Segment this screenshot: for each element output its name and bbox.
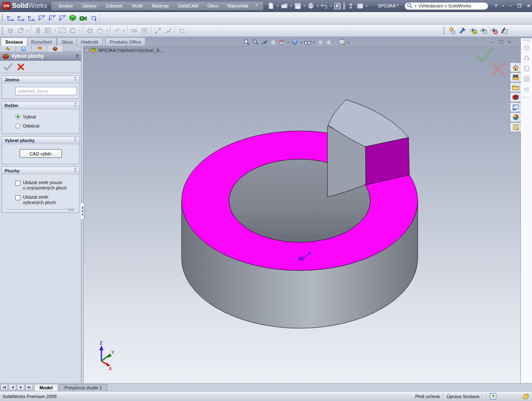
collapse-chevron-icon[interactable]: ⌃⌃: [74, 138, 76, 143]
collapse-chevron-icon[interactable]: ⌃⌃: [74, 168, 76, 173]
ok-check-icon[interactable]: [3, 63, 12, 71]
options-list-icon[interactable]: [356, 2, 364, 10]
rotate-component-icon[interactable]: [67, 26, 78, 36]
cad-select-button[interactable]: CAD výběr: [20, 149, 62, 158]
menu-upravy[interactable]: Úpravy: [78, 2, 101, 10]
tab-solidworks-resources[interactable]: [510, 62, 521, 72]
collapse-chevron-icon[interactable]: ⌃⌃: [74, 77, 76, 82]
view-orientation-icon[interactable]: [278, 39, 286, 47]
tab-search-toolbox[interactable]: [510, 92, 521, 102]
radio-button-icon[interactable]: [15, 114, 20, 119]
help-button[interactable]: ?: [493, 3, 499, 8]
zoom-fit-icon[interactable]: [243, 39, 251, 47]
menu-soubor[interactable]: Soubor: [54, 2, 77, 10]
tab-custom-properties[interactable]: [510, 122, 521, 132]
graphics-viewport[interactable]: SPOJKA (Výchozí<Výchozí_S...: [84, 46, 520, 383]
edit-table-icon[interactable]: [499, 26, 509, 36]
radio-button-icon[interactable]: [15, 123, 20, 128]
edit-appearance-caret-icon[interactable]: ▼: [334, 41, 337, 44]
view-normal-to-button[interactable]: xz: [88, 13, 99, 23]
tab-file-explorer[interactable]: [510, 82, 521, 92]
toolbox-icon[interactable]: [95, 26, 105, 36]
tab-hodnotit[interactable]: Hodnotit: [76, 37, 103, 46]
menu-napoveda[interactable]: Nápověda: [223, 2, 253, 10]
view-orientation-caret-icon[interactable]: ▼: [286, 41, 290, 44]
smart-fasteners-icon[interactable]: [84, 26, 95, 36]
doc-minimize-button[interactable]: —: [490, 39, 495, 45]
close-button[interactable]: ✕: [525, 3, 532, 9]
menu-zobrazit[interactable]: Zobrazit: [101, 2, 127, 10]
view-left-button[interactable]: zy: [26, 13, 36, 23]
checkbox-icon[interactable]: [15, 195, 20, 200]
print-caret-icon[interactable]: ▼: [316, 2, 319, 10]
help-caret-icon[interactable]: ▼: [502, 5, 505, 7]
last-tab-button[interactable]: [25, 384, 33, 391]
appearance-tag-icon[interactable]: [522, 394, 530, 399]
interference-detection-icon[interactable]: [176, 26, 187, 36]
assembly-features-icon[interactable]: [139, 26, 150, 36]
prev-tab-button[interactable]: [9, 384, 16, 391]
select-tool-caret-icon[interactable]: ▼: [342, 2, 346, 10]
tab-view-palette[interactable]: [510, 102, 521, 112]
undo-icon[interactable]: [320, 2, 328, 10]
mate-icon[interactable]: [32, 26, 43, 36]
tab-configurationmanager-icon[interactable]: [32, 46, 47, 52]
options-caret-icon[interactable]: ▼: [365, 2, 368, 10]
view-top-button[interactable]: xz: [47, 13, 57, 23]
save-icon[interactable]: [293, 2, 302, 10]
tab-produkty-office[interactable]: Produkty Office: [105, 37, 145, 46]
toolbar-grip[interactable]: [2, 27, 3, 35]
radio-odebrat[interactable]: Odebrat: [15, 123, 76, 128]
shadows-icon[interactable]: [316, 39, 325, 47]
component-pattern-icon[interactable]: [43, 26, 53, 36]
tab-featuremanager-icon[interactable]: [0, 46, 16, 52]
zoom-area-icon[interactable]: [251, 39, 260, 47]
hide-show-caret-icon[interactable]: ▼: [312, 41, 316, 44]
view-capture-icon[interactable]: [478, 26, 488, 36]
model-3d[interactable]: Z Y X: [84, 46, 520, 383]
first-tab-button[interactable]: [0, 384, 8, 391]
apply-scene-caret-icon[interactable]: ▼: [347, 41, 350, 44]
rotate-component-caret-icon[interactable]: ▼: [78, 29, 81, 32]
display-style-caret-icon[interactable]: ▼: [299, 41, 303, 44]
exploded-view-icon[interactable]: [153, 26, 163, 36]
tab-skica[interactable]: Skica: [57, 37, 77, 46]
previous-view-icon[interactable]: [260, 39, 268, 47]
open-document-icon[interactable]: [280, 2, 288, 10]
save-caret-icon[interactable]: ▼: [303, 2, 306, 10]
display-style-icon[interactable]: [291, 39, 299, 47]
move-component-icon[interactable]: [57, 26, 67, 36]
explode-lines-icon[interactable]: [163, 26, 173, 36]
view-isometric-button[interactable]: [67, 13, 78, 23]
menu-solidcam[interactable]: SolidCAM: [173, 2, 203, 10]
smart-components-caret-icon[interactable]: ▼: [122, 29, 126, 32]
select-tool-icon[interactable]: [333, 2, 342, 10]
insert-component-icon[interactable]: [5, 26, 15, 36]
solidcam-settings-icon[interactable]: [447, 26, 457, 36]
view-back-button[interactable]: zx: [15, 13, 26, 23]
tab-addin-icon[interactable]: [47, 46, 63, 52]
doc-close-button[interactable]: ✕: [507, 39, 512, 45]
view-right-button[interactable]: xy: [36, 13, 47, 23]
view-delete-icon[interactable]: [488, 26, 499, 36]
search-box[interactable]: ▼: [404, 2, 488, 10]
tab-design-library[interactable]: [510, 72, 521, 82]
new-document-caret-icon[interactable]: ▼: [276, 2, 279, 10]
toolbar-grip[interactable]: [443, 27, 445, 35]
tab-model[interactable]: Model: [34, 384, 58, 391]
view-bottom-button[interactable]: yz: [57, 13, 67, 23]
collapse-chevron-icon[interactable]: ⌃⌃: [74, 103, 76, 108]
new-part-caret-icon[interactable]: ▼: [26, 29, 30, 32]
minimize-button[interactable]: –: [507, 3, 514, 8]
pushpin-icon[interactable]: [253, 2, 261, 10]
checkbox-show-direction-highlighted[interactable]: Ukázat směr pouzeu zvýrazněných ploch: [15, 180, 76, 191]
next-tab-button[interactable]: [17, 384, 25, 391]
view-front-button[interactable]: yx: [5, 13, 15, 23]
viewport-ok-check-icon[interactable]: [476, 48, 493, 62]
restore-button[interactable]: ❐: [516, 3, 523, 9]
component-pattern-caret-icon[interactable]: ▼: [53, 29, 57, 32]
toggle-selection-icon[interactable]: [347, 2, 355, 10]
quick-tips-icon[interactable]: ?: [490, 393, 496, 399]
smart-components-icon[interactable]: [112, 26, 122, 36]
selected-faces-name-input[interactable]: [15, 87, 77, 95]
